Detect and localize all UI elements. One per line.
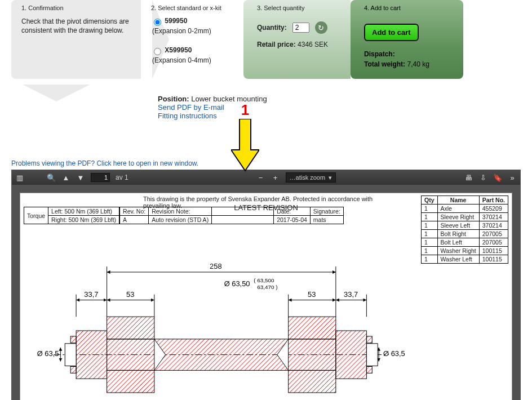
revno-h: Rev. No: [120,207,149,216]
kit-radio-x[interactable] [154,48,161,55]
bookmark-icon[interactable]: 🔖 [493,173,502,182]
problems-viewing-link[interactable]: Problems viewing the PDF? Click here to … [11,159,532,167]
callout-marker: 1 [225,101,265,174]
parts-h-partno: Part No. [479,196,508,205]
page-down-icon[interactable]: ▼ [76,173,85,182]
quantity-label: Quantity: [257,24,287,32]
chevron-down-icon: ▾ [329,174,332,181]
svg-rect-23 [107,370,154,393]
svg-marker-3 [23,85,90,101]
step-confirmation: 1. Confirmation Check that the pivot dim… [11,0,141,79]
sign: mats [310,216,343,224]
download-icon[interactable]: ⇩ [478,173,487,182]
date-h: Date: [274,207,311,216]
dim-d6350: Ø 63,50 [224,279,250,288]
svg-rect-27 [336,331,367,379]
table-row: 1Bolt Left207005 [422,238,508,247]
pdf-viewer: ▥ 🔍 ▲ ▼ av 1 − + …atisk zoom ▾ 🖶 ⇩ 🔖 » T… [11,170,521,400]
weight-value: 7,40 kg [407,60,429,68]
table-row: 1Washer Right100115 [422,247,508,255]
retail-label: Retail price: [257,41,296,48]
kit-option-standard[interactable]: 599950 [151,17,237,26]
technical-drawing: 258 Ø 63,50 ( 63,500 63,470 ) 53 53 33,7… [20,255,512,400]
dim-53r: 53 [308,290,316,299]
refresh-button[interactable]: ↻ [315,21,327,34]
pdf-page-area[interactable]: This drawing is the property of Svenska … [12,185,520,400]
step4-title: 4. Add to cart [364,5,456,11]
svg-rect-21 [107,339,336,370]
svg-rect-25 [289,370,336,393]
kit-option-x[interactable]: X599950 [151,46,237,55]
parts-h-name: Name [437,196,479,205]
svg-rect-29 [366,344,378,366]
torque-right: Right: 500 Nm (369 Lbft) [48,216,119,224]
table-row: 1Bolt Right207005 [422,230,508,238]
sidebar-toggle-icon[interactable]: ▥ [15,173,24,182]
parts-h-qty: Qty [422,196,438,205]
parts-table: Qty Name Part No. 1Axle4552091Sleeve Rig… [421,195,508,264]
zoom-in-icon[interactable]: + [271,173,280,182]
pdf-toolbar: ▥ 🔍 ▲ ▼ av 1 − + …atisk zoom ▾ 🖶 ⇩ 🔖 » [12,170,520,185]
torque-label: Torque [24,207,48,224]
svg-rect-33 [366,366,372,373]
dim-337r: 33,7 [344,290,358,299]
tools-icon[interactable]: » [508,173,517,182]
revnote: Auto revision (STD A) [149,216,212,224]
zoom-label: …atisk zoom [290,174,326,181]
svg-rect-24 [289,317,336,339]
step2-title: 2. Select standard or x-kit [151,5,237,11]
page-of-label: av 1 [116,174,128,181]
dim-53l: 53 [126,290,134,299]
page-number-input[interactable] [91,173,110,182]
svg-rect-26 [76,331,107,379]
svg-rect-31 [70,366,76,373]
product-info: Position: Lower bucket mounting Send PDF… [158,95,532,120]
svg-rect-22 [107,317,154,339]
svg-text:( 63,500: ( 63,500 [254,277,274,283]
step-quantity: 3. Select quantity Quantity: ↻ Retail pr… [243,0,351,79]
drawing-info-block: Torque Left: 500 Nm (369 Lbft) Right: 50… [24,207,344,224]
page-up-icon[interactable]: ▲ [61,173,70,182]
svg-rect-28 [65,344,76,366]
torque-left: Left: 500 Nm (369 Lbft) [48,207,119,216]
callout-number: 1 [225,101,265,119]
sign-h: Signature: [310,207,343,216]
step3-title: 3. Select quantity [257,5,344,11]
send-pdf-link[interactable]: Send PDF by E-mail [158,103,532,112]
quantity-input[interactable] [292,23,309,33]
kit2-sub: (Expansion 0-4mm) [152,56,237,64]
retail-value: 4346 SEK [298,41,328,48]
revnote-h: Revision Note: [149,207,212,216]
table-row: 1Sleeve Left370214 [422,221,508,230]
dispatch-label: Dispatch: [364,50,456,58]
kit2-code: X599950 [165,46,192,54]
zoom-select[interactable]: …atisk zoom ▾ [286,172,336,183]
step-add-to-cart: 4. Add to cart Add to cart Dispatch: Tot… [351,0,463,79]
date: 2017-05-04 [274,216,311,224]
svg-text:63,470 ): 63,470 ) [257,284,277,290]
table-row: 1Axle455209 [422,205,508,213]
dim-635r: Ø 63,5 [383,349,405,358]
position-label: Position: [158,95,189,103]
pdf-page: This drawing is the property of Svenska … [20,193,512,400]
dim-337l: 33,7 [84,290,98,299]
table-row: 1Sleeve Right370214 [422,213,508,221]
add-to-cart-button[interactable]: Add to cart [364,24,419,41]
search-icon[interactable]: 🔍 [47,173,56,182]
svg-marker-4 [231,119,259,171]
step-select-kit: 2. Select standard or x-kit 599950 (Expa… [141,0,243,79]
step1-down-chevron [23,85,90,106]
revno: A [120,216,149,224]
step1-desc: Check that the pivot dimensions are cons… [21,17,134,35]
svg-rect-30 [70,336,76,343]
zoom-out-icon[interactable]: − [256,173,265,182]
kit-radio-standard[interactable] [154,19,161,26]
yellow-arrow-icon [231,119,259,172]
fitting-instructions-link[interactable]: Fitting instructions [158,112,532,120]
dim-635l: Ø 63,5 [37,349,59,358]
kit1-code: 599950 [165,17,187,25]
step1-title: 1. Confirmation [21,5,134,11]
svg-rect-32 [366,336,372,343]
print-icon[interactable]: 🖶 [464,173,473,182]
kit1-sub: (Expansion 0-2mm) [152,27,237,35]
